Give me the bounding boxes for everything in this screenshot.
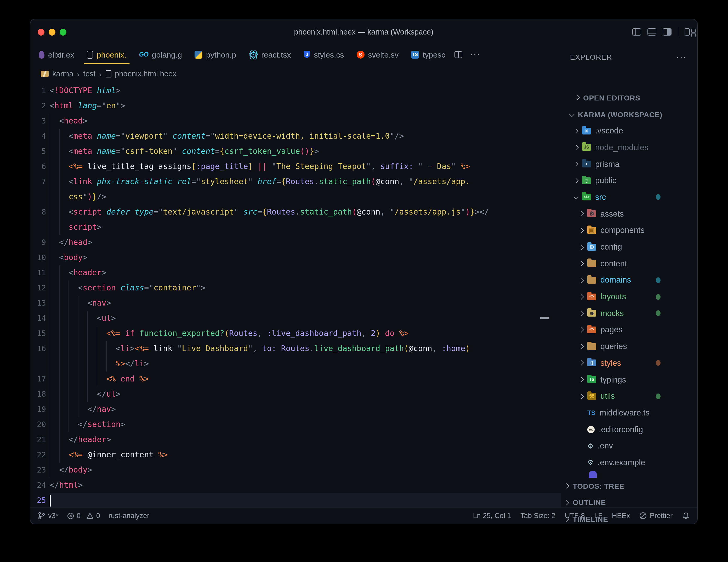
line-content[interactable]: <%= if function_exported?(Routes, :live_… bbox=[50, 326, 561, 341]
code-line[interactable]: 7<link phx-track-static rel="stylesheet"… bbox=[30, 174, 561, 189]
code-editor[interactable]: 1<!DOCTYPE html>2<html lang="en">3<head>… bbox=[30, 83, 561, 507]
line-content[interactable]: </nav> bbox=[50, 402, 561, 417]
tree-item-content[interactable]: content bbox=[561, 255, 697, 272]
line-number[interactable]: 2 bbox=[30, 98, 46, 113]
code-line[interactable]: script> bbox=[30, 220, 561, 235]
tab-golangg[interactable]: GOgolang.g bbox=[133, 44, 188, 64]
language-mode-item[interactable]: HEEx bbox=[612, 512, 630, 520]
line-number[interactable]: 4 bbox=[30, 129, 46, 144]
breadcrumb-segment[interactable]: test bbox=[83, 70, 96, 78]
code-line[interactable]: 18</ul> bbox=[30, 387, 561, 402]
tab-stylescs[interactable]: 3styles.cs bbox=[297, 44, 350, 64]
toggle-panel-icon[interactable] bbox=[647, 28, 656, 36]
line-content[interactable] bbox=[50, 493, 561, 508]
breadcrumb-segment[interactable]: karma bbox=[52, 70, 73, 78]
tree-item-queries[interactable]: queries bbox=[561, 338, 697, 355]
code-line[interactable]: 23</body> bbox=[30, 463, 561, 478]
code-line[interactable]: 24</html> bbox=[30, 478, 561, 493]
line-number[interactable]: 10 bbox=[30, 250, 46, 265]
breadcrumb[interactable]: karma›test›phoenix.html.heex bbox=[30, 64, 561, 83]
line-content[interactable]: </body> bbox=[50, 463, 561, 478]
git-branch-item[interactable]: v3* bbox=[38, 512, 58, 520]
line-content[interactable]: </ul> bbox=[50, 387, 561, 402]
tree-item-styles[interactable]: {}styles bbox=[561, 355, 697, 371]
line-number[interactable]: 21 bbox=[30, 432, 46, 447]
explorer-more-icon[interactable]: ··· bbox=[676, 52, 687, 62]
line-number[interactable]: 5 bbox=[30, 144, 46, 159]
line-content[interactable]: <li><%= link "Live Dashboard", to: Route… bbox=[50, 341, 561, 356]
code-line[interactable]: 10<body> bbox=[30, 250, 561, 265]
line-content[interactable]: <header> bbox=[50, 265, 561, 280]
line-content[interactable]: <html lang="en"> bbox=[50, 98, 561, 113]
line-number[interactable]: 23 bbox=[30, 463, 46, 478]
line-number[interactable] bbox=[30, 220, 46, 235]
tree-item-node_modules[interactable]: JSnode_modules bbox=[561, 139, 697, 156]
language-server-item[interactable]: rust-analyzer bbox=[109, 512, 149, 520]
zoom-button[interactable] bbox=[60, 29, 66, 35]
line-content[interactable]: <ul> bbox=[50, 311, 561, 326]
line-number[interactable]: 14 bbox=[30, 311, 46, 326]
tree-item-components[interactable]: ▣components bbox=[561, 222, 697, 238]
line-content[interactable]: </html> bbox=[50, 478, 561, 493]
tree-item-layouts[interactable]: <>layouts bbox=[561, 289, 697, 305]
code-line[interactable]: 8<script defer type="text/javascript" sr… bbox=[30, 204, 561, 220]
code-line[interactable]: 5<meta name="csrf-token" content={csrf_t… bbox=[30, 144, 561, 159]
code-line[interactable]: 22<%= @inner_content %> bbox=[30, 447, 561, 463]
section-todos-tree[interactable]: TODOS: TREE bbox=[561, 478, 697, 494]
tree-item-config[interactable]: ⚙config bbox=[561, 238, 697, 255]
line-content[interactable]: <nav> bbox=[50, 296, 561, 311]
line-content[interactable]: <section class="container"> bbox=[50, 280, 561, 296]
code-line[interactable]: 13<nav> bbox=[30, 296, 561, 311]
code-line[interactable]: 14<ul> bbox=[30, 311, 561, 326]
tab-phoenix[interactable]: phoenix. bbox=[81, 44, 133, 64]
breadcrumb-segment[interactable]: phoenix.html.heex bbox=[115, 70, 176, 78]
code-line[interactable]: 20</section> bbox=[30, 417, 561, 432]
code-line[interactable]: css")}/> bbox=[30, 189, 561, 204]
tree-item-editorconfig[interactable]: ec.editorconfig bbox=[561, 421, 697, 438]
toggle-secondary-sidebar-icon[interactable] bbox=[662, 28, 671, 36]
line-content[interactable]: <% end %> bbox=[50, 372, 561, 387]
tree-item-utils[interactable]: ⚒utils bbox=[561, 388, 697, 405]
tree-item-prisma[interactable]: ▲prisma bbox=[561, 156, 697, 172]
line-number[interactable] bbox=[30, 189, 46, 204]
line-content[interactable]: css")}/> bbox=[50, 189, 561, 204]
minimize-button[interactable] bbox=[49, 29, 55, 35]
tree-item-src[interactable]: </>src bbox=[561, 189, 697, 205]
line-number[interactable]: 11 bbox=[30, 265, 46, 280]
formatter-item[interactable]: Prettier bbox=[639, 512, 673, 520]
tree-item-vscode[interactable]: ×.vscode bbox=[561, 123, 697, 139]
code-line[interactable]: 25 bbox=[30, 493, 561, 508]
code-line[interactable]: %></li> bbox=[30, 356, 561, 372]
line-number[interactable]: 15 bbox=[30, 326, 46, 341]
tree-item-middlewarets[interactable]: TSmiddleware.ts bbox=[561, 405, 697, 421]
code-line[interactable]: 6<%= live_title_tag assigns[:page_title]… bbox=[30, 159, 561, 174]
code-line[interactable]: 9</head> bbox=[30, 235, 561, 250]
cursor-position-item[interactable]: Ln 25, Col 1 bbox=[473, 512, 511, 520]
close-button[interactable] bbox=[38, 29, 44, 35]
encoding-item[interactable]: UTF-8 bbox=[565, 512, 585, 520]
line-number[interactable]: 20 bbox=[30, 417, 46, 432]
tree-item-assets[interactable]: ⚙assets bbox=[561, 206, 697, 222]
line-content[interactable]: %></li> bbox=[50, 356, 561, 372]
line-content[interactable]: <meta name="csrf-token" content={csrf_to… bbox=[50, 144, 561, 159]
tab-size-item[interactable]: Tab Size: 2 bbox=[520, 512, 555, 520]
line-number[interactable]: 13 bbox=[30, 296, 46, 311]
line-number[interactable]: 18 bbox=[30, 387, 46, 402]
line-content[interactable]: <link phx-track-static rel="stylesheet" … bbox=[50, 174, 561, 189]
line-number[interactable]: 1 bbox=[30, 83, 46, 98]
code-line[interactable]: 19</nav> bbox=[30, 402, 561, 417]
code-line[interactable]: 15<%= if function_exported?(Routes, :liv… bbox=[30, 326, 561, 341]
notifications-item[interactable] bbox=[682, 512, 690, 520]
code-line[interactable]: 1<!DOCTYPE html> bbox=[30, 83, 561, 98]
tree-item-pages[interactable]: <>pages bbox=[561, 322, 697, 338]
workspace-section[interactable]: KARMA (WORKSPACE) bbox=[561, 106, 697, 122]
split-editor-icon[interactable] bbox=[455, 51, 463, 58]
code-line[interactable]: 12<section class="container"> bbox=[30, 280, 561, 296]
code-line[interactable]: 11<header> bbox=[30, 265, 561, 280]
line-content[interactable]: <script defer type="text/javascript" src… bbox=[50, 204, 561, 220]
line-number[interactable]: 8 bbox=[30, 204, 46, 220]
code-line[interactable]: 16<li><%= link "Live Dashboard", to: Rou… bbox=[30, 341, 561, 356]
line-content[interactable]: <head> bbox=[50, 113, 561, 129]
customize-layout-icon[interactable] bbox=[685, 28, 690, 36]
line-content[interactable]: <body> bbox=[50, 250, 561, 265]
